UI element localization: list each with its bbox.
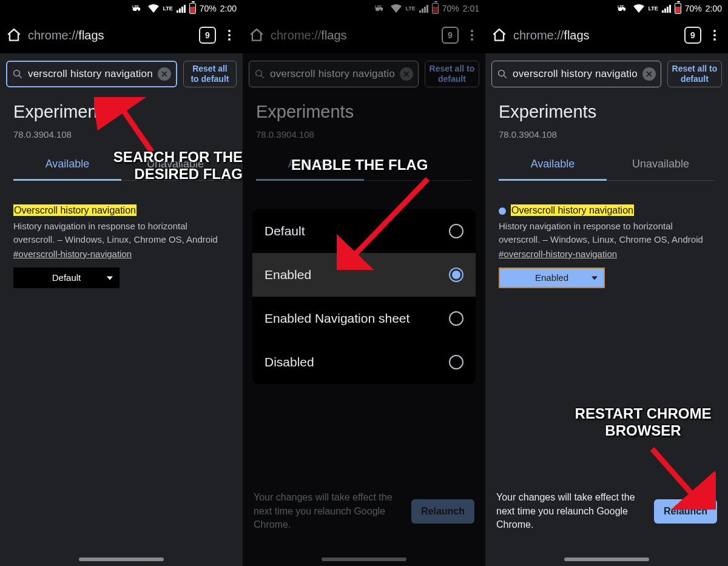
svg-point-7 [499,70,505,76]
tab-switcher[interactable]: 9 [199,27,216,44]
arrow-2 [337,173,434,270]
page-title: Experiments [256,102,472,122]
relaunch-bar: Your changes will take effect the next t… [243,481,485,542]
status-bar: LTE LTE 70% 2:00 [485,0,728,17]
flag-title: Overscroll history navigation [13,204,136,216]
clock: 2:00 [706,4,722,13]
clear-icon[interactable] [400,67,413,81]
search-icon [254,69,265,79]
battery-icon [432,3,439,14]
search-input[interactable]: verscroll history navigation [6,61,177,87]
svg-line-8 [504,75,507,78]
battery-level: 70% [685,4,702,13]
browser-toolbar: chrome://flags 9 [485,17,728,53]
url-bar[interactable]: chrome://flags [271,29,436,42]
wifi-icon [391,4,402,13]
clock: 2:01 [463,4,479,13]
option-enabled-sheet[interactable]: Enabled Navigation sheet [252,297,476,340]
battery-level: 70% [442,4,459,13]
search-value: overscroll history navigatio [513,68,638,80]
browser-toolbar: chrome://flags 9 [0,17,243,53]
battery-level: 70% [200,4,217,13]
volte-icon: LTE [132,4,144,13]
menu-icon[interactable] [222,28,237,42]
screenshot-2: LTE LTE 70% 2:01 chrome://flags 9 oversc… [243,0,485,566]
annotation-2: ENABLE THE FLAG [291,157,428,174]
version: 78.0.3904.108 [499,129,715,140]
screenshot-1: LTE LTE 70% 2:00 chrome://flags 9 verscr… [0,0,243,566]
status-bar: LTE LTE 70% 2:00 [0,0,243,17]
battery-icon [189,3,196,14]
network-label: LTE [405,5,415,12]
svg-point-4 [256,70,262,76]
search-input[interactable]: overscroll history navigatio [491,61,661,87]
status-bar: LTE LTE 70% 2:01 [243,0,485,17]
browser-toolbar: chrome://flags 9 [243,17,485,53]
reset-button[interactable]: Reset all to default [425,61,479,87]
url-bar[interactable]: chrome://flags [513,29,678,42]
search-input[interactable]: overscroll history navigatio [249,61,419,87]
svg-line-2 [19,75,22,78]
svg-line-11 [652,449,698,500]
flag-description: History navigation in response to horizo… [13,220,229,246]
network-label: LTE [648,5,658,12]
tab-switcher[interactable]: 9 [442,27,459,44]
home-icon[interactable] [491,27,507,43]
flag-item: Overscroll history navigation History na… [499,205,715,288]
tab-available[interactable]: Available [499,158,607,181]
flag-title: Overscroll history navigation [511,204,634,216]
version: 78.0.3904.108 [256,129,472,140]
network-label: LTE [163,5,172,12]
menu-icon[interactable] [707,28,722,42]
relaunch-message: Your changes will take effect the next t… [496,491,645,531]
nav-pill[interactable] [322,558,406,561]
clock: 2:00 [220,4,237,13]
home-icon[interactable] [249,27,265,43]
search-value: overscroll history navigatio [270,68,395,80]
home-icon[interactable] [6,27,22,43]
flag-dropdown[interactable]: Enabled [499,268,605,288]
flag-hash: #overscroll-history-navigation [13,249,229,259]
annotation-1: SEARCH FOR THE DESIRED FLAG [103,149,243,182]
tab-switcher[interactable]: 9 [684,27,701,44]
svg-point-1 [14,70,20,76]
battery-icon [675,3,681,14]
search-icon [497,69,508,79]
nav-pill[interactable] [79,558,164,561]
flag-description: History navigation in response to horizo… [499,220,715,246]
reset-button[interactable]: Reset all to default [667,61,722,87]
tabs: Available Unavailable [499,158,715,181]
clear-icon[interactable] [158,67,171,81]
page-title: Experiments [499,102,715,122]
signal-icon [662,5,671,13]
volte-icon: LTE [618,4,630,13]
signal-icon [419,5,428,13]
wifi-icon [148,4,159,13]
nav-pill[interactable] [564,558,649,561]
arrow-3 [643,443,716,510]
search-icon [12,69,23,79]
svg-line-9 [118,103,152,152]
modified-dot-icon [499,207,506,215]
svg-line-5 [261,75,264,78]
relaunch-button[interactable]: Relaunch [411,499,474,524]
volte-icon: LTE [375,4,387,13]
url-bar[interactable]: chrome://flags [28,29,193,42]
search-value: verscroll history navigation [28,68,153,80]
clear-icon[interactable] [642,67,656,81]
wifi-icon [633,4,644,13]
tab-unavailable[interactable]: Unavailable [607,158,715,181]
svg-line-10 [349,179,428,261]
relaunch-message: Your changes will take effect the next t… [254,491,403,531]
annotation-3: RESTART CHROME BROWSER [558,405,728,439]
signal-icon [177,5,186,13]
flag-item: Overscroll history navigation History na… [13,205,229,288]
reset-button[interactable]: Reset all to default [183,61,237,87]
option-disabled[interactable]: Disabled [252,340,476,384]
flag-hash: #overscroll-history-navigation [499,249,715,259]
flag-dropdown[interactable]: Default [13,268,120,288]
menu-icon[interactable] [465,28,479,42]
